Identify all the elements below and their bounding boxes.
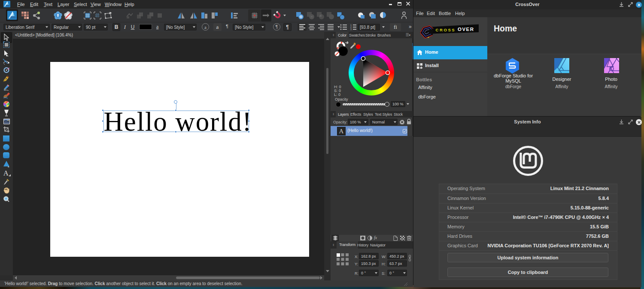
svg-text:CROSS: CROSS (436, 28, 456, 32)
svg-text:3: 3 (350, 28, 352, 30)
svg-text:OVER: OVER (458, 27, 474, 32)
